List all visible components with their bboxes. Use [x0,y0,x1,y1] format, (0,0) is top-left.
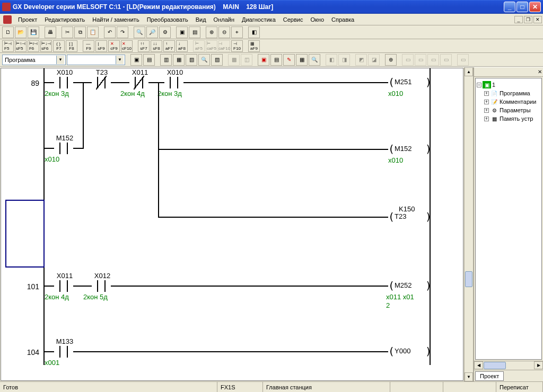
tree-item-params[interactable]: +⚙ Параметры [477,106,540,114]
rising-button[interactable]: ↑↑sF7 [138,40,150,52]
tool-c-button[interactable]: ◧ [248,26,260,38]
find-device-button[interactable]: 🔎 [146,26,158,38]
ladder-editor[interactable]: 89 X010 2кон 3д T23 X011 2кон 4д X010 2к… [1,68,463,381]
view-1-button[interactable]: ▣ [130,54,142,66]
af9-button[interactable]: ▦aF9 [248,40,260,52]
falling-a-button[interactable]: ↓aF8 [176,40,188,52]
vline-button[interactable]: |sF9 [95,40,107,52]
menu-help[interactable]: Справка [328,15,357,24]
window-titlebar: GX Developer серии MELSOFT C:\1 - [LD(Ре… [0,0,543,14]
view-6-button[interactable]: 🔍 [198,54,210,66]
mdi-close-button[interactable]: ✕ [533,16,542,23]
project-tree[interactable]: −▣ 1 +📄 Программа +📝 Комментарии +⚙ Пара… [475,78,542,360]
monitor-5-button[interactable]: 🔍 [309,54,320,66]
undo-button[interactable]: ↶ [104,26,116,38]
close-button[interactable]: ✕ [529,2,541,12]
zoom-out-button[interactable]: ⊖ [218,26,230,38]
tree-item-comments[interactable]: +📝 Комментарии [477,97,540,106]
contact-no[interactable] [92,280,111,292]
contact-no-button[interactable]: ⊢⊣F5 [2,40,14,52]
maximize-button[interactable]: □ [516,2,528,12]
tool-a-button[interactable]: ▣ [176,26,188,38]
monitor-3-button[interactable]: ✎ [283,54,295,66]
tree-item-memory[interactable]: +▦ Память устр [477,114,540,123]
contact-nc-button[interactable]: ⊢/⊣F6 [28,40,39,52]
panel-hscroll[interactable]: ◀ ▶ [474,361,543,370]
copy-button[interactable]: ⧉ [74,26,86,38]
ladder-vscroll[interactable]: ▲ ▼ [464,67,473,381]
scroll-right-button[interactable]: ▶ [534,361,543,369]
tab-project[interactable]: Проект [475,371,504,381]
minimize-button[interactable]: _ [504,2,515,12]
opt-5-button[interactable]: ⊕ [385,54,397,66]
window-title: GX Developer серии MELSOFT C:\1 - [LD(Ре… [13,3,504,11]
monitor-1-button[interactable]: ▣ [258,54,269,66]
view-2-button[interactable]: ▤ [143,54,155,66]
monitor-2-button[interactable]: ▤ [270,54,282,66]
scroll-left-button[interactable]: ◀ [474,361,483,369]
tree-root[interactable]: −▣ 1 [477,81,540,89]
f10-button[interactable]: ⊣F10 [231,40,243,52]
find-instruction-button[interactable]: ⚙ [159,26,171,38]
hscroll-thumb[interactable] [484,362,506,369]
new-button[interactable]: 🗋 [2,26,14,38]
view-4-button[interactable]: ▦ [173,54,185,66]
scroll-up-button[interactable]: ▲ [465,67,473,76]
contact-no[interactable] [54,77,73,88]
menu-view[interactable]: Вид [192,15,209,24]
cut-button[interactable]: ✂ [62,26,73,38]
scroll-thumb[interactable] [465,271,472,287]
menu-window[interactable]: Окно [307,15,327,24]
dropdown-icon: ▼ [56,56,64,64]
app-instr-button[interactable]: [ ]F8 [66,40,77,52]
mdi-minimize-button[interactable]: _ [514,16,523,23]
contact-nc[interactable] [129,77,148,88]
toolbar-view: Программа ▼ ▼ ▣ ▤ ▥ ▦ ▧ 🔍 ▨ ▩ ◫ ▣ ▤ ✎ ▦ … [0,53,543,67]
contact-nc-p-button[interactable]: ⊢↓⊣sF6 [40,40,52,52]
opt-4-button: ◪ [368,54,380,66]
view-5-button[interactable]: ▧ [186,54,197,66]
save-button[interactable]: 💾 [28,26,39,38]
find-button[interactable]: 🔍 [134,26,145,38]
mdi-sys-icon[interactable] [3,15,12,24]
zoom-in-button[interactable]: ⊕ [206,26,217,38]
view-3-button[interactable]: ▥ [160,54,172,66]
view-7-button[interactable]: ▨ [211,54,223,66]
zoom-fit-button[interactable]: ⌖ [231,26,243,38]
panel-close-icon[interactable]: ✕ [538,69,542,75]
scroll-down-button[interactable]: ▼ [465,372,473,381]
rising-a-button[interactable]: ↑aF7 [163,40,175,52]
contact-nc[interactable] [92,77,111,88]
tree-item-program[interactable]: +📄 Программа [477,89,540,97]
contact-no[interactable] [54,280,73,292]
program-type-combo[interactable]: Программа ▼ [2,55,66,65]
menu-service[interactable]: Сервис [280,15,306,24]
coil-button[interactable]: ( )F7 [53,40,65,52]
status-station: Главная станция [263,382,390,392]
mdi-restore-button[interactable]: ❐ [524,16,532,23]
contact-no[interactable] [54,346,73,358]
menu-online[interactable]: Онлайн [211,15,238,24]
del-hline-button[interactable]: ✕cF9 [108,40,120,52]
contact-no-p-button[interactable]: ⊢↑⊣sF5 [15,40,27,52]
status-plc: FX1S [217,382,263,392]
step-number: 89 [18,79,39,87]
program-name-combo[interactable]: ▼ [67,55,125,65]
falling-button[interactable]: ↓↓sF8 [151,40,162,52]
menu-diagnostics[interactable]: Диагностика [239,15,279,24]
tool-b-button[interactable]: ▤ [189,26,200,38]
menu-find[interactable]: Найти / заменить [89,15,142,24]
del-vline-button[interactable]: ✕cF10 [121,40,133,52]
hline-button[interactable]: —F9 [83,40,94,52]
contact-no[interactable] [54,142,73,154]
paste-button[interactable]: 📋 [87,26,99,38]
monitor-4-button[interactable]: ▦ [296,54,308,66]
open-button[interactable]: 📂 [15,26,27,38]
menu-convert[interactable]: Преобразовать [144,15,191,24]
contact-no[interactable] [164,77,183,88]
menu-project[interactable]: Проект [15,15,40,24]
menu-edit[interactable]: Редактировать [41,15,88,24]
opt-6-button: ▭ [402,54,414,66]
redo-button[interactable]: ↷ [117,26,128,38]
print-button[interactable]: 🖶 [45,26,56,38]
